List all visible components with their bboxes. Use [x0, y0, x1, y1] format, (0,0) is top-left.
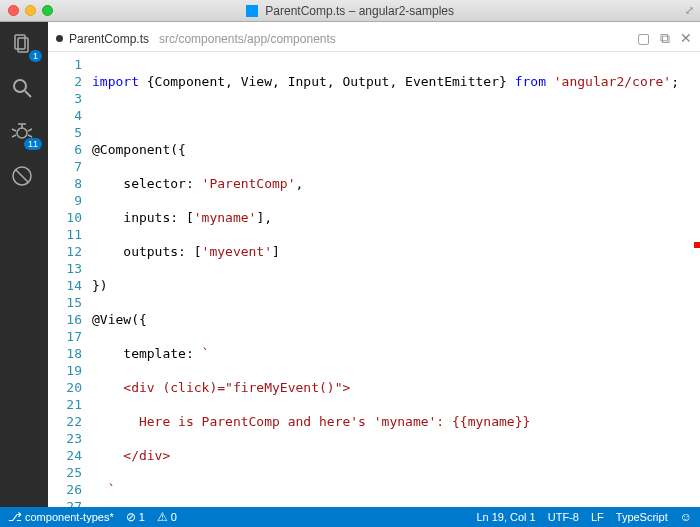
line-number: 8 [48, 175, 82, 192]
line-number: 10 [48, 209, 82, 226]
dirty-indicator-icon [56, 35, 63, 42]
line-number: 19 [48, 362, 82, 379]
split-editor-icon[interactable]: ▢ [637, 30, 650, 47]
close-tab-icon[interactable]: ✕ [680, 30, 692, 47]
code-editor[interactable]: 1234567891011121314151617181920212223242… [48, 52, 700, 507]
line-number: 7 [48, 158, 82, 175]
line-number: 22 [48, 413, 82, 430]
line-number: 17 [48, 328, 82, 345]
toggle-panel-icon[interactable]: ⧉ [660, 30, 670, 47]
line-number: 26 [48, 481, 82, 498]
activity-explorer[interactable]: 1 [10, 32, 38, 60]
tab-filename: ParentComp.ts [69, 32, 149, 46]
status-branch[interactable]: ⎇component-types* [8, 510, 114, 524]
line-number: 3 [48, 90, 82, 107]
editor-area: ParentComp.ts src/components/app/compone… [48, 22, 700, 507]
status-bar: ⎇component-types* ⊘1 ⚠0 Ln 19, Col 1 UTF… [0, 507, 700, 527]
active-tab[interactable]: ParentComp.ts src/components/app/compone… [56, 32, 336, 46]
line-number: 9 [48, 192, 82, 209]
traffic-lights [0, 5, 53, 16]
line-number: 24 [48, 447, 82, 464]
svg-line-9 [12, 135, 16, 137]
line-number: 27 [48, 498, 82, 507]
line-number-gutter: 1234567891011121314151617181920212223242… [48, 52, 92, 507]
git-branch-icon: ⎇ [8, 510, 22, 524]
svg-point-2 [14, 80, 26, 92]
svg-line-7 [12, 129, 16, 131]
code-lines[interactable]: import {Component, View, Input, Output, … [92, 52, 700, 507]
line-number: 6 [48, 141, 82, 158]
line-number: 5 [48, 124, 82, 141]
svg-point-4 [17, 128, 27, 138]
close-window-button[interactable] [8, 5, 19, 16]
line-number: 15 [48, 294, 82, 311]
tab-bar: ParentComp.ts src/components/app/compone… [48, 22, 700, 52]
line-number: 2 [48, 73, 82, 90]
line-number: 23 [48, 430, 82, 447]
feedback-icon[interactable]: ☺ [680, 510, 692, 524]
status-language[interactable]: TypeScript [616, 511, 668, 523]
main-area: 1 11 ParentComp.ts src/components/app/co… [0, 22, 700, 507]
status-cursor[interactable]: Ln 19, Col 1 [476, 511, 535, 523]
status-eol[interactable]: LF [591, 511, 604, 523]
line-number: 21 [48, 396, 82, 413]
svg-line-12 [16, 170, 28, 182]
svg-rect-1 [18, 38, 28, 52]
status-warnings[interactable]: ⚠0 [157, 510, 177, 524]
line-number: 12 [48, 243, 82, 260]
line-number: 13 [48, 260, 82, 277]
activity-bar: 1 11 [0, 22, 48, 507]
svg-line-3 [25, 91, 31, 97]
line-number: 20 [48, 379, 82, 396]
svg-line-8 [28, 129, 32, 131]
error-marker-icon[interactable] [694, 242, 700, 248]
window-titlebar: ParentComp.ts – angular2-samples ⤢ [0, 0, 700, 22]
line-number: 14 [48, 277, 82, 294]
window-title: ParentComp.ts – angular2-samples [0, 3, 700, 18]
line-number: 16 [48, 311, 82, 328]
minimize-window-button[interactable] [25, 5, 36, 16]
zoom-window-button[interactable] [42, 5, 53, 16]
debug-badge: 11 [24, 138, 42, 150]
svg-rect-0 [15, 35, 25, 49]
activity-extensions[interactable] [10, 164, 38, 192]
tab-actions: ▢ ⧉ ✕ [637, 30, 692, 47]
activity-debug[interactable]: 11 [10, 120, 38, 148]
tab-path: src/components/app/components [159, 32, 336, 46]
explorer-badge: 1 [29, 50, 42, 62]
status-errors[interactable]: ⊘1 [126, 510, 145, 524]
line-number: 11 [48, 226, 82, 243]
line-number: 18 [48, 345, 82, 362]
activity-search[interactable] [10, 76, 38, 104]
warning-icon: ⚠ [157, 510, 168, 524]
line-number: 4 [48, 107, 82, 124]
fullscreen-icon[interactable]: ⤢ [685, 4, 694, 17]
error-icon: ⊘ [126, 510, 136, 524]
vscode-icon [246, 5, 258, 17]
status-encoding[interactable]: UTF-8 [548, 511, 579, 523]
line-number: 1 [48, 56, 82, 73]
line-number: 25 [48, 464, 82, 481]
svg-line-10 [28, 135, 32, 137]
